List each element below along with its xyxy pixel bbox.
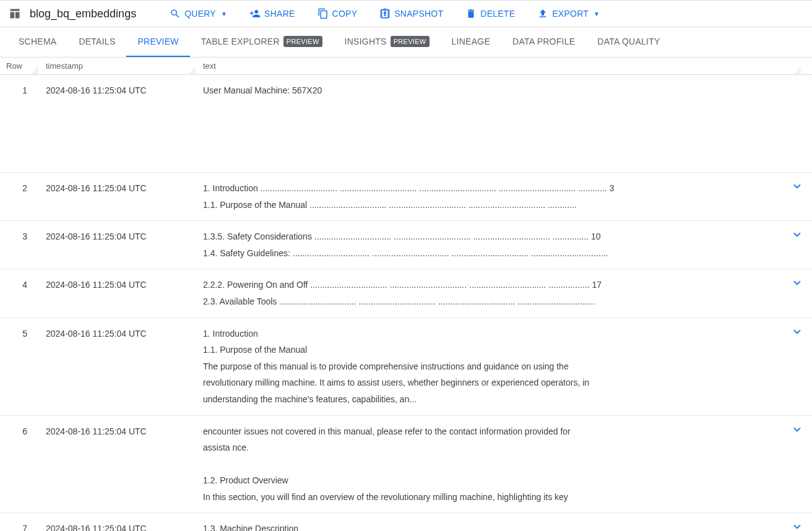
table-row: 42024-08-16 11:25:04 UTC2.2.2. Powering …	[0, 269, 812, 317]
text-content: User Manual Machine: 567X20	[203, 82, 785, 165]
cell-row-number: 1	[0, 75, 40, 173]
dropdown-arrow-icon: ▼	[221, 11, 227, 17]
snapshot-icon	[379, 8, 391, 19]
cell-row-number: 3	[0, 221, 40, 269]
table-row: 62024-08-16 11:25:04 UTCencounter issues…	[0, 415, 812, 513]
chevron-down-icon[interactable]	[791, 326, 803, 343]
text-content: 1. Introduction ........................…	[203, 180, 785, 213]
chevron-down-icon[interactable]	[791, 228, 803, 246]
table-icon	[7, 6, 22, 21]
cell-text: User Manual Machine: 567X20	[197, 75, 812, 173]
text-content: encounter issues not covered in this man…	[203, 423, 785, 506]
cell-text: encounter issues not covered in this man…	[197, 415, 812, 513]
table-row: 12024-08-16 11:25:04 UTCUser Manual Mach…	[0, 75, 812, 173]
table-row: 32024-08-16 11:25:04 UTC1.3.5. Safety Co…	[0, 221, 812, 269]
resize-handle-icon[interactable]	[32, 67, 38, 73]
text-content: 1. Introduction 1.1. Purpose of the Manu…	[203, 326, 785, 408]
tab-schema[interactable]: SCHEMA	[7, 27, 67, 57]
preview-badge: PREVIEW	[391, 36, 430, 47]
dropdown-arrow-icon: ▼	[594, 11, 600, 17]
tab-insights[interactable]: INSIGHTSPREVIEW	[334, 27, 441, 57]
text-content: 1.3.5. Safety Considerations ...........…	[203, 228, 785, 261]
preview-badge: PREVIEW	[283, 36, 322, 47]
table-row: 52024-08-16 11:25:04 UTC1. Introduction …	[0, 317, 812, 415]
table-title: blog_bq_embeddings	[30, 7, 136, 20]
column-row-label: Row	[6, 61, 22, 71]
column-text-label: text	[203, 61, 216, 71]
share-label: SHARE	[264, 9, 295, 19]
copy-button[interactable]: COPY	[316, 6, 359, 22]
resize-handle-icon[interactable]	[795, 67, 801, 73]
cell-timestamp: 2024-08-16 11:25:04 UTC	[40, 513, 197, 531]
tab-label: DATA PROFILE	[512, 37, 575, 46]
delete-label: DELETE	[480, 9, 515, 19]
column-timestamp-label: timestamp	[46, 61, 83, 71]
tab-preview[interactable]: PREVIEW	[126, 27, 189, 57]
column-row[interactable]: Row	[0, 58, 40, 75]
cell-timestamp: 2024-08-16 11:25:04 UTC	[40, 415, 197, 513]
cell-text: 1. Introduction 1.1. Purpose of the Manu…	[197, 317, 812, 415]
export-icon	[537, 8, 548, 19]
cell-text: 1.3. Machine Description The revolutiona…	[197, 513, 812, 531]
cell-timestamp: 2024-08-16 11:25:04 UTC	[40, 221, 197, 269]
chevron-down-icon[interactable]	[791, 520, 803, 531]
column-timestamp[interactable]: timestamp	[40, 58, 197, 75]
table-row: 22024-08-16 11:25:04 UTC1. Introduction …	[0, 172, 812, 220]
tab-label: INSIGHTS	[345, 37, 387, 46]
share-button[interactable]: SHARE	[248, 6, 296, 22]
cell-row-number: 6	[0, 415, 40, 513]
cell-row-number: 4	[0, 269, 40, 317]
tab-label: LINEAGE	[452, 37, 490, 46]
export-label: EXPORT	[552, 9, 589, 19]
column-text[interactable]: text	[197, 58, 812, 75]
person-add-icon	[249, 8, 261, 19]
search-icon	[170, 8, 181, 19]
header-row: Row timestamp text	[0, 58, 812, 75]
resize-handle-icon[interactable]	[189, 67, 196, 73]
cell-timestamp: 2024-08-16 11:25:04 UTC	[40, 317, 197, 415]
cell-row-number: 5	[0, 317, 40, 415]
cell-timestamp: 2024-08-16 11:25:04 UTC	[40, 172, 197, 220]
data-table: Row timestamp text 12024-08-16 11:25:04 …	[0, 58, 812, 531]
chevron-down-icon[interactable]	[791, 423, 803, 441]
table-row: 72024-08-16 11:25:04 UTC1.3. Machine Des…	[0, 513, 812, 531]
tab-label: PREVIEW	[137, 37, 178, 46]
chevron-down-icon[interactable]	[791, 277, 803, 295]
tabs: SCHEMADETAILSPREVIEWTABLE EXPLORERPREVIE…	[0, 27, 812, 58]
tab-table-explorer[interactable]: TABLE EXPLORERPREVIEW	[190, 27, 334, 57]
text-content: 1.3. Machine Description The revolutiona…	[203, 520, 785, 531]
toolbar: QUERY ▼ SHARE COPY SNAPSHOT DELETE EXPOR…	[168, 6, 601, 22]
query-label: QUERY	[184, 9, 216, 19]
table-wrap: Row timestamp text 12024-08-16 11:25:04 …	[0, 58, 812, 531]
cell-text: 2.2.2. Powering On and Off .............…	[197, 269, 812, 317]
cell-text: 1.3.5. Safety Considerations ...........…	[197, 221, 812, 269]
tab-details[interactable]: DETAILS	[67, 27, 126, 57]
delete-button[interactable]: DELETE	[464, 6, 516, 22]
tab-label: DATA QUALITY	[597, 37, 660, 46]
trash-icon	[465, 8, 477, 19]
chevron-down-icon[interactable]	[791, 180, 803, 198]
tab-label: DETAILS	[79, 37, 115, 46]
cell-row-number: 7	[0, 513, 40, 531]
text-content: 2.2.2. Powering On and Off .............…	[203, 277, 785, 309]
export-button[interactable]: EXPORT ▼	[536, 6, 601, 22]
copy-icon	[317, 8, 329, 19]
table-header: blog_bq_embeddings QUERY ▼ SHARE COPY SN…	[0, 0, 812, 27]
cell-timestamp: 2024-08-16 11:25:04 UTC	[40, 75, 197, 173]
tab-data-quality[interactable]: DATA QUALITY	[586, 27, 671, 57]
snapshot-label: SNAPSHOT	[394, 9, 443, 19]
tab-label: TABLE EXPLORER	[201, 37, 280, 46]
query-button[interactable]: QUERY ▼	[168, 6, 228, 22]
tab-data-profile[interactable]: DATA PROFILE	[501, 27, 586, 57]
tab-lineage[interactable]: LINEAGE	[441, 27, 501, 57]
snapshot-button[interactable]: SNAPSHOT	[378, 6, 444, 22]
cell-text: 1. Introduction ........................…	[197, 172, 812, 220]
tab-label: SCHEMA	[19, 37, 56, 46]
cell-timestamp: 2024-08-16 11:25:04 UTC	[40, 269, 197, 317]
copy-label: COPY	[332, 9, 358, 19]
cell-row-number: 2	[0, 172, 40, 220]
